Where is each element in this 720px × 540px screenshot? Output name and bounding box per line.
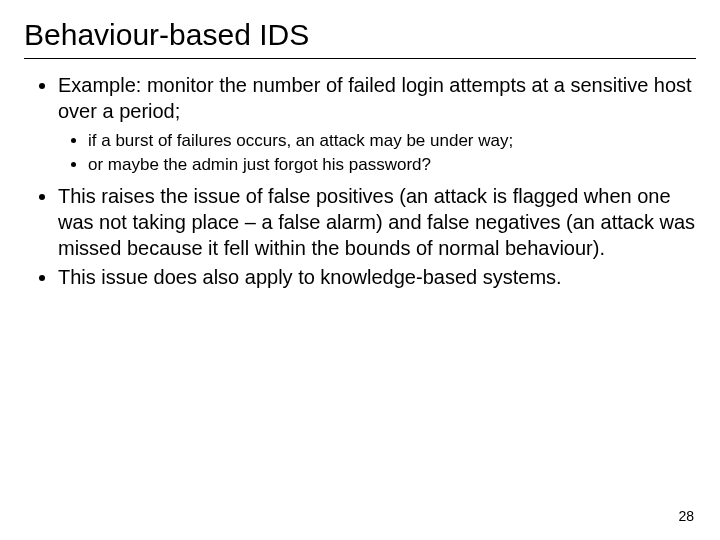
slide: Behaviour-based IDS Example: monitor the… (0, 0, 720, 540)
list-item: or maybe the admin just forgot his passw… (88, 154, 696, 176)
page-number: 28 (678, 508, 694, 524)
list-item: if a burst of failures occurs, an attack… (88, 130, 696, 152)
bullet-text: Example: monitor the number of failed lo… (58, 74, 692, 122)
bullet-list: Example: monitor the number of failed lo… (24, 73, 696, 291)
list-item: This issue does also apply to knowledge-… (58, 265, 696, 291)
title-divider (24, 58, 696, 59)
list-item: Example: monitor the number of failed lo… (58, 73, 696, 176)
slide-title: Behaviour-based IDS (24, 18, 696, 52)
list-item: This raises the issue of false positives… (58, 184, 696, 261)
sub-bullet-list: if a burst of failures occurs, an attack… (58, 130, 696, 176)
